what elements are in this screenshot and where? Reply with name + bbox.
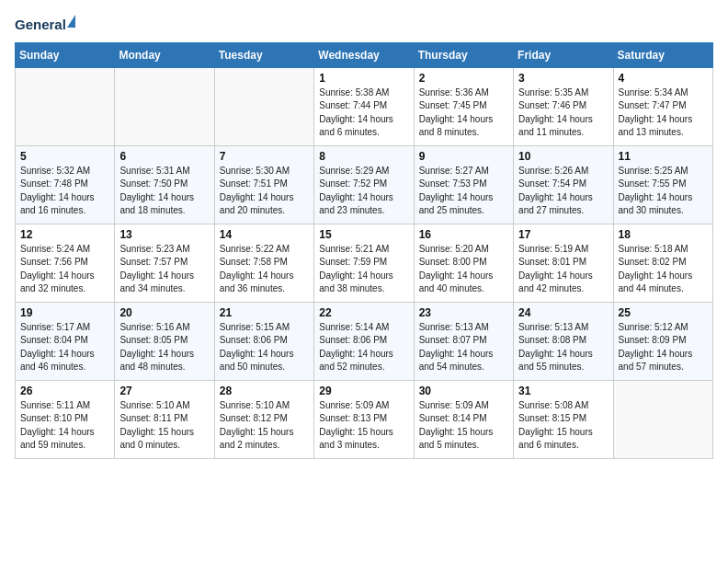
calendar-cell: 12Sunrise: 5:24 AM Sunset: 7:56 PM Dayli… xyxy=(16,224,115,302)
day-number: 27 xyxy=(119,385,209,397)
calendar-cell: 30Sunrise: 5:09 AM Sunset: 8:14 PM Dayli… xyxy=(414,380,513,458)
logo-icon xyxy=(67,15,75,28)
day-number: 31 xyxy=(518,385,608,397)
day-detail: Sunrise: 5:18 AM Sunset: 8:02 PM Dayligh… xyxy=(619,243,708,296)
day-number: 6 xyxy=(119,150,209,163)
day-number: 20 xyxy=(119,306,209,319)
day-number: 8 xyxy=(319,150,408,163)
calendar-cell: 20Sunrise: 5:16 AM Sunset: 8:05 PM Dayli… xyxy=(115,302,214,380)
day-number: 16 xyxy=(419,228,508,241)
calendar-cell: 15Sunrise: 5:21 AM Sunset: 7:59 PM Dayli… xyxy=(314,224,414,302)
day-number: 1 xyxy=(319,72,408,85)
calendar-cell: 16Sunrise: 5:20 AM Sunset: 8:00 PM Dayli… xyxy=(414,224,513,302)
calendar-week-row: 5Sunrise: 5:32 AM Sunset: 7:48 PM Daylig… xyxy=(16,145,713,224)
calendar-cell: 9Sunrise: 5:27 AM Sunset: 7:53 PM Daylig… xyxy=(414,145,513,224)
calendar-cell: 18Sunrise: 5:18 AM Sunset: 8:02 PM Dayli… xyxy=(613,224,712,302)
day-detail: Sunrise: 5:25 AM Sunset: 7:55 PM Dayligh… xyxy=(619,165,708,218)
day-number: 18 xyxy=(619,228,708,241)
day-detail: Sunrise: 5:32 AM Sunset: 7:48 PM Dayligh… xyxy=(20,165,109,218)
day-detail: Sunrise: 5:16 AM Sunset: 8:05 PM Dayligh… xyxy=(119,321,209,374)
calendar-cell: 1Sunrise: 5:38 AM Sunset: 7:44 PM Daylig… xyxy=(314,67,414,145)
day-number: 4 xyxy=(619,72,708,85)
day-detail: Sunrise: 5:31 AM Sunset: 7:50 PM Dayligh… xyxy=(119,165,209,218)
weekday-header-row: SundayMondayTuesdayWednesdayThursdayFrid… xyxy=(16,42,713,67)
day-detail: Sunrise: 5:38 AM Sunset: 7:44 PM Dayligh… xyxy=(319,86,408,140)
weekday-header-monday: Monday xyxy=(115,42,214,67)
calendar-cell: 28Sunrise: 5:10 AM Sunset: 8:12 PM Dayli… xyxy=(214,380,313,458)
day-detail: Sunrise: 5:36 AM Sunset: 7:45 PM Dayligh… xyxy=(419,86,508,140)
weekday-header-tuesday: Tuesday xyxy=(214,42,313,67)
day-detail: Sunrise: 5:09 AM Sunset: 8:14 PM Dayligh… xyxy=(419,399,508,453)
day-detail: Sunrise: 5:22 AM Sunset: 7:58 PM Dayligh… xyxy=(220,243,309,296)
calendar-cell: 3Sunrise: 5:35 AM Sunset: 7:46 PM Daylig… xyxy=(514,67,613,145)
calendar-cell: 14Sunrise: 5:22 AM Sunset: 7:58 PM Dayli… xyxy=(214,224,313,302)
day-number: 23 xyxy=(419,306,508,319)
calendar-cell: 4Sunrise: 5:34 AM Sunset: 7:47 PM Daylig… xyxy=(613,67,712,145)
calendar-cell xyxy=(214,67,313,145)
calendar-cell: 13Sunrise: 5:23 AM Sunset: 7:57 PM Dayli… xyxy=(115,224,214,302)
logo-general: General xyxy=(15,15,75,33)
day-detail: Sunrise: 5:10 AM Sunset: 8:11 PM Dayligh… xyxy=(119,399,209,453)
day-detail: Sunrise: 5:10 AM Sunset: 8:12 PM Dayligh… xyxy=(220,399,309,453)
day-number: 7 xyxy=(220,150,309,163)
calendar-cell: 29Sunrise: 5:09 AM Sunset: 8:13 PM Dayli… xyxy=(314,380,414,458)
day-detail: Sunrise: 5:27 AM Sunset: 7:53 PM Dayligh… xyxy=(419,165,508,218)
day-number: 30 xyxy=(419,385,508,397)
day-detail: Sunrise: 5:13 AM Sunset: 8:08 PM Dayligh… xyxy=(518,321,608,374)
calendar-cell: 27Sunrise: 5:10 AM Sunset: 8:11 PM Dayli… xyxy=(115,380,214,458)
day-number: 25 xyxy=(619,306,708,319)
calendar-header: SundayMondayTuesdayWednesdayThursdayFrid… xyxy=(16,42,713,67)
calendar-cell xyxy=(115,67,214,145)
calendar-cell: 6Sunrise: 5:31 AM Sunset: 7:50 PM Daylig… xyxy=(115,145,214,224)
calendar-cell: 26Sunrise: 5:11 AM Sunset: 8:10 PM Dayli… xyxy=(16,380,115,458)
calendar-cell: 31Sunrise: 5:08 AM Sunset: 8:15 PM Dayli… xyxy=(514,380,613,458)
calendar-week-row: 26Sunrise: 5:11 AM Sunset: 8:10 PM Dayli… xyxy=(16,380,713,458)
day-number: 26 xyxy=(20,385,109,397)
calendar-table: SundayMondayTuesdayWednesdayThursdayFrid… xyxy=(15,42,713,459)
day-detail: Sunrise: 5:30 AM Sunset: 7:51 PM Dayligh… xyxy=(220,165,309,218)
day-number: 10 xyxy=(518,150,608,163)
day-detail: Sunrise: 5:08 AM Sunset: 8:15 PM Dayligh… xyxy=(518,399,608,453)
calendar-week-row: 12Sunrise: 5:24 AM Sunset: 7:56 PM Dayli… xyxy=(16,224,713,302)
day-detail: Sunrise: 5:14 AM Sunset: 8:06 PM Dayligh… xyxy=(319,321,408,374)
day-number: 13 xyxy=(119,228,209,241)
day-number: 22 xyxy=(319,306,408,319)
weekday-header-thursday: Thursday xyxy=(414,42,513,67)
weekday-header-wednesday: Wednesday xyxy=(314,42,414,67)
day-number: 29 xyxy=(319,385,408,397)
calendar-cell: 22Sunrise: 5:14 AM Sunset: 8:06 PM Dayli… xyxy=(314,302,414,380)
day-number: 3 xyxy=(518,72,608,85)
day-number: 2 xyxy=(419,72,508,85)
calendar-cell xyxy=(613,380,712,458)
day-number: 9 xyxy=(419,150,508,163)
calendar-cell: 19Sunrise: 5:17 AM Sunset: 8:04 PM Dayli… xyxy=(16,302,115,380)
calendar-cell: 24Sunrise: 5:13 AM Sunset: 8:08 PM Dayli… xyxy=(514,302,613,380)
day-detail: Sunrise: 5:15 AM Sunset: 8:06 PM Dayligh… xyxy=(220,321,309,374)
day-detail: Sunrise: 5:24 AM Sunset: 7:56 PM Dayligh… xyxy=(20,243,109,296)
day-number: 11 xyxy=(619,150,708,163)
weekday-header-friday: Friday xyxy=(514,42,613,67)
day-number: 21 xyxy=(220,306,309,319)
day-detail: Sunrise: 5:09 AM Sunset: 8:13 PM Dayligh… xyxy=(319,399,408,453)
calendar-cell: 10Sunrise: 5:26 AM Sunset: 7:54 PM Dayli… xyxy=(514,145,613,224)
logo: General xyxy=(15,15,75,33)
calendar-body: 1Sunrise: 5:38 AM Sunset: 7:44 PM Daylig… xyxy=(16,67,713,458)
day-detail: Sunrise: 5:20 AM Sunset: 8:00 PM Dayligh… xyxy=(419,243,508,296)
calendar-cell: 5Sunrise: 5:32 AM Sunset: 7:48 PM Daylig… xyxy=(16,145,115,224)
day-detail: Sunrise: 5:34 AM Sunset: 7:47 PM Dayligh… xyxy=(619,86,708,140)
day-number: 5 xyxy=(20,150,109,163)
calendar-cell: 7Sunrise: 5:30 AM Sunset: 7:51 PM Daylig… xyxy=(214,145,313,224)
day-detail: Sunrise: 5:35 AM Sunset: 7:46 PM Dayligh… xyxy=(518,86,608,140)
day-detail: Sunrise: 5:29 AM Sunset: 7:52 PM Dayligh… xyxy=(319,165,408,218)
calendar-cell: 2Sunrise: 5:36 AM Sunset: 7:45 PM Daylig… xyxy=(414,67,513,145)
calendar-cell: 21Sunrise: 5:15 AM Sunset: 8:06 PM Dayli… xyxy=(214,302,313,380)
calendar-week-row: 19Sunrise: 5:17 AM Sunset: 8:04 PM Dayli… xyxy=(16,302,713,380)
day-number: 17 xyxy=(518,228,608,241)
day-number: 24 xyxy=(518,306,608,319)
calendar-cell: 23Sunrise: 5:13 AM Sunset: 8:07 PM Dayli… xyxy=(414,302,513,380)
day-number: 28 xyxy=(220,385,309,397)
day-detail: Sunrise: 5:26 AM Sunset: 7:54 PM Dayligh… xyxy=(518,165,608,218)
day-detail: Sunrise: 5:19 AM Sunset: 8:01 PM Dayligh… xyxy=(518,243,608,296)
weekday-header-sunday: Sunday xyxy=(16,42,115,67)
day-detail: Sunrise: 5:23 AM Sunset: 7:57 PM Dayligh… xyxy=(119,243,209,296)
